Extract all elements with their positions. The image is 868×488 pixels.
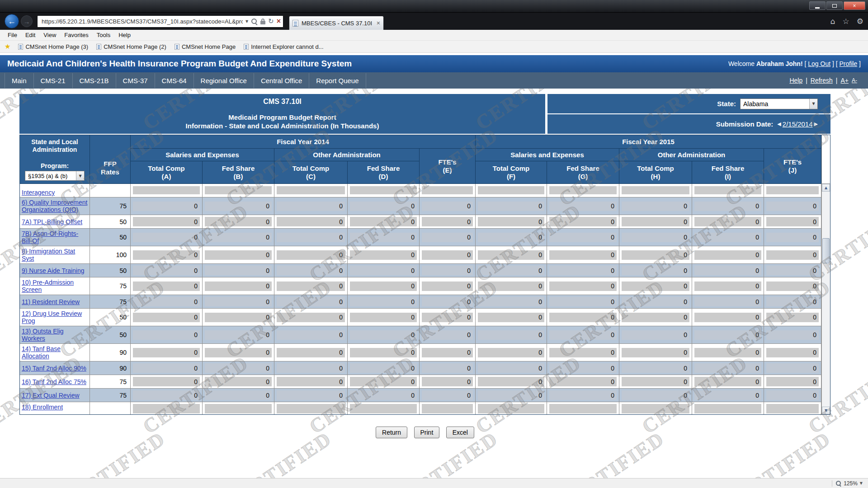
value-input[interactable]: 0 [766, 282, 819, 291]
value-input[interactable]: 0 [133, 313, 200, 322]
value-input[interactable] [766, 186, 819, 194]
value-input[interactable] [478, 186, 544, 194]
favorites-icon[interactable]: ☆ [843, 17, 849, 26]
address-bar[interactable]: https://65.220.21.9/MBESCBES/CMS37/CMS37… [37, 15, 283, 28]
menu-view[interactable]: View [39, 32, 60, 38]
scroll-up-icon[interactable]: ▲ [822, 184, 830, 192]
value-input[interactable]: 0 [766, 233, 819, 242]
nav-item-cms-21b[interactable]: CMS-21B [73, 73, 116, 88]
value-input[interactable]: 0 [350, 202, 417, 211]
menu-edit[interactable]: Edit [21, 32, 39, 38]
program-link[interactable]: 9) Nurse Aide Training [22, 267, 85, 274]
value-input[interactable]: 0 [350, 377, 417, 386]
value-input[interactable]: 0 [350, 282, 417, 291]
value-input[interactable]: 0 [478, 297, 544, 306]
value-input[interactable]: 0 [422, 233, 473, 242]
value-input[interactable]: 0 [549, 282, 617, 291]
value-input[interactable]: 0 [478, 233, 544, 242]
value-input[interactable]: 0 [766, 217, 819, 226]
value-input[interactable]: 0 [549, 202, 617, 211]
value-input[interactable]: 0 [549, 363, 617, 373]
value-input[interactable]: 0 [350, 250, 417, 260]
refresh-icon[interactable]: ↻ [268, 17, 274, 25]
value-input[interactable]: 0 [277, 363, 345, 373]
value-input[interactable]: 0 [277, 390, 345, 400]
value-input[interactable] [422, 186, 473, 194]
nav-item-regional-office[interactable]: Regional Office [194, 73, 254, 88]
value-input[interactable]: 0 [766, 348, 819, 357]
value-input[interactable]: 0 [549, 313, 617, 322]
value-input[interactable]: 0 [694, 266, 761, 275]
value-input[interactable]: 0 [766, 202, 819, 211]
value-input[interactable]: 0 [766, 297, 819, 306]
value-input[interactable]: 0 [549, 330, 617, 340]
value-input[interactable] [694, 404, 761, 413]
value-input[interactable]: 0 [549, 266, 617, 275]
program-link[interactable]: 14) Tanf Base Allocation [22, 345, 88, 360]
value-input[interactable]: 0 [277, 266, 345, 275]
value-input[interactable]: 0 [694, 313, 761, 322]
favorites-item[interactable]: CMSnet Home Page [170, 43, 240, 50]
value-input[interactable]: 0 [133, 266, 200, 275]
value-input[interactable]: 0 [622, 266, 689, 275]
value-input[interactable]: 0 [549, 377, 617, 386]
nav-item-cms-64[interactable]: CMS-64 [155, 73, 194, 88]
value-input[interactable]: 0 [549, 250, 617, 260]
value-input[interactable]: 0 [350, 313, 417, 322]
value-input[interactable]: 0 [277, 217, 345, 226]
value-input[interactable] [622, 404, 689, 413]
value-input[interactable]: 0 [205, 217, 272, 226]
value-input[interactable]: 0 [422, 330, 473, 340]
next-date-icon[interactable]: ▶ [814, 121, 818, 127]
refresh-link[interactable]: Refresh [811, 77, 833, 84]
value-input[interactable]: 0 [205, 330, 272, 340]
value-input[interactable]: 0 [133, 233, 200, 242]
value-input[interactable]: 0 [205, 363, 272, 373]
value-input[interactable]: 0 [549, 217, 617, 226]
value-input[interactable]: 0 [205, 377, 272, 386]
value-input[interactable]: 0 [205, 348, 272, 357]
value-input[interactable]: 0 [277, 313, 345, 322]
value-input[interactable] [766, 404, 819, 413]
value-input[interactable] [622, 186, 689, 194]
program-link[interactable]: 17) Ext Qual Review [22, 392, 80, 399]
value-input[interactable]: 0 [694, 250, 761, 260]
program-link[interactable]: 15) Tanf 2nd Alloc 90% [22, 365, 86, 372]
prev-date-icon[interactable]: ◀ [777, 121, 781, 127]
value-input[interactable] [549, 186, 617, 194]
nav-item-cms-37[interactable]: CMS-37 [116, 73, 155, 88]
value-input[interactable]: 0 [205, 233, 272, 242]
chevron-down-icon[interactable]: ▼ [809, 99, 817, 109]
stop-icon[interactable]: × [277, 18, 281, 25]
program-select[interactable]: §1935 (a) & (b) ▼ [25, 171, 85, 181]
value-input[interactable]: 0 [422, 297, 473, 306]
value-input[interactable] [133, 186, 200, 194]
value-input[interactable]: 0 [277, 233, 345, 242]
value-input[interactable]: 0 [694, 233, 761, 242]
value-input[interactable]: 0 [694, 363, 761, 373]
help-link[interactable]: Help [789, 77, 802, 84]
value-input[interactable]: 0 [205, 313, 272, 322]
value-input[interactable]: 0 [205, 390, 272, 400]
submission-date-link[interactable]: 2/15/2014 [783, 120, 813, 128]
value-input[interactable]: 0 [622, 330, 689, 340]
value-input[interactable] [205, 404, 272, 413]
value-input[interactable]: 0 [277, 377, 345, 386]
address-dropdown-icon[interactable]: ▼ [245, 19, 248, 23]
forward-button[interactable]: → [21, 15, 33, 27]
value-input[interactable] [549, 404, 617, 413]
value-input[interactable]: 0 [478, 202, 544, 211]
value-input[interactable]: 0 [277, 297, 345, 306]
value-input[interactable]: 0 [277, 330, 345, 340]
program-link[interactable]: 6) Quality Improvement Organizations (QI… [22, 199, 88, 213]
value-input[interactable]: 0 [766, 363, 819, 373]
value-input[interactable]: 0 [622, 233, 689, 242]
value-input[interactable]: 0 [478, 282, 544, 291]
value-input[interactable] [277, 186, 345, 194]
value-input[interactable]: 0 [133, 330, 200, 340]
value-input[interactable]: 0 [622, 282, 689, 291]
program-link[interactable]: 8) Immigration Stat Syst [22, 248, 88, 262]
value-input[interactable]: 0 [622, 348, 689, 357]
value-input[interactable]: 0 [422, 202, 473, 211]
value-input[interactable]: 0 [694, 390, 761, 400]
